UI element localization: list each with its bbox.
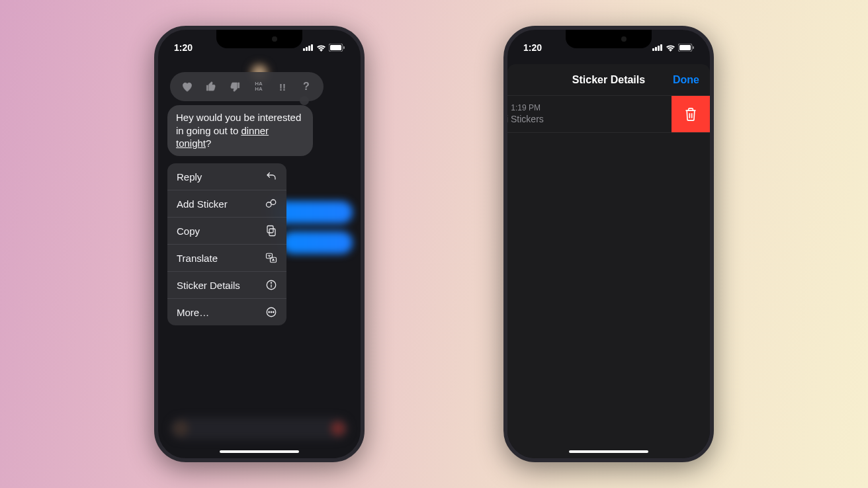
svg-point-15 xyxy=(271,282,271,283)
tapback-haha[interactable]: HAHA xyxy=(249,77,268,96)
svg-point-17 xyxy=(269,311,270,313)
menu-more[interactable]: More… xyxy=(167,299,286,325)
phone-left: 1:20 xyxy=(154,26,365,462)
svg-rect-3 xyxy=(311,44,313,51)
reply-icon xyxy=(265,171,277,183)
svg-rect-10 xyxy=(267,226,273,233)
svg-rect-21 xyxy=(655,47,657,51)
svg-point-18 xyxy=(271,311,272,313)
svg-rect-9 xyxy=(269,229,275,236)
menu-copy[interactable]: Copy xyxy=(167,218,286,245)
tapback-exclaim[interactable]: !! xyxy=(273,77,292,96)
cellular-icon xyxy=(303,44,314,51)
svg-rect-26 xyxy=(693,46,694,49)
menu-add-sticker-label: Add Sticker xyxy=(177,198,228,210)
tapback-thumbs-down[interactable] xyxy=(226,77,244,96)
svg-point-8 xyxy=(271,200,276,205)
sticker-icon xyxy=(265,198,277,210)
wifi-icon xyxy=(666,44,675,52)
message-bubble[interactable]: Hey would you be interested in going out… xyxy=(167,105,313,156)
svg-rect-23 xyxy=(660,44,662,51)
copy-icon xyxy=(265,225,277,237)
home-indicator[interactable] xyxy=(220,450,299,453)
more-icon xyxy=(265,306,277,318)
svg-rect-25 xyxy=(679,45,691,50)
sticker-row-content: Amber 1:19 PM Memoji Stickers xyxy=(507,96,672,132)
sticker-details-modal: Sticker Details Done Amber 1:19 PM Memoj… xyxy=(507,64,710,458)
status-time: 1:20 xyxy=(174,42,193,53)
tapback-thumbs-up[interactable] xyxy=(202,77,220,96)
sticker-subtitle: Memoji Stickers xyxy=(507,114,662,124)
svg-rect-22 xyxy=(658,46,660,51)
menu-sticker-details[interactable]: Sticker Details xyxy=(167,272,286,299)
menu-translate-label: Translate xyxy=(177,253,218,264)
svg-rect-2 xyxy=(308,46,310,51)
modal-title: Sticker Details xyxy=(572,74,645,86)
menu-copy-label: Copy xyxy=(177,225,200,237)
svg-rect-0 xyxy=(303,48,305,51)
tapback-question[interactable]: ? xyxy=(297,77,316,96)
sticker-time: 1:19 PM xyxy=(511,103,541,112)
tapback-heart[interactable] xyxy=(178,77,196,96)
status-indicators xyxy=(303,44,345,52)
svg-point-19 xyxy=(273,311,275,313)
message-underline-1: dinner xyxy=(241,125,269,136)
svg-rect-5 xyxy=(330,45,341,50)
menu-more-label: More… xyxy=(177,307,209,318)
sticker-row[interactable]: Amber 1:19 PM Memoji Stickers xyxy=(507,96,710,133)
status-indicators xyxy=(652,44,694,52)
cellular-icon xyxy=(652,44,663,51)
translate-icon xyxy=(265,252,277,264)
done-button[interactable]: Done xyxy=(673,74,699,86)
status-time: 1:20 xyxy=(523,42,542,53)
modal-header: Sticker Details Done xyxy=(507,64,710,96)
svg-rect-6 xyxy=(343,46,345,49)
phone-right: 1:20 Sticker Details Done Amber 1:19 PM … xyxy=(503,26,714,462)
svg-rect-1 xyxy=(306,47,308,51)
message-underline-2: tonight xyxy=(176,138,206,149)
tapback-bar: HAHA !! ? xyxy=(170,72,324,101)
message-text-1: Hey would you be interested in going out… xyxy=(176,112,301,136)
delete-button[interactable] xyxy=(672,96,710,132)
battery-icon xyxy=(678,44,694,52)
menu-reply[interactable]: Reply xyxy=(167,163,286,190)
trash-icon xyxy=(684,107,697,122)
menu-sticker-details-label: Sticker Details xyxy=(177,280,240,291)
home-indicator[interactable] xyxy=(569,450,648,453)
notch xyxy=(216,30,302,48)
notch xyxy=(566,30,652,48)
svg-rect-20 xyxy=(652,48,654,51)
info-icon xyxy=(265,279,277,291)
context-menu: Reply Add Sticker Copy Translate Sticker… xyxy=(167,163,286,325)
menu-reply-label: Reply xyxy=(177,171,202,183)
wifi-icon xyxy=(316,44,326,52)
battery-icon xyxy=(329,44,345,52)
menu-add-sticker[interactable]: Add Sticker xyxy=(167,190,286,218)
menu-translate[interactable]: Translate xyxy=(167,245,286,272)
